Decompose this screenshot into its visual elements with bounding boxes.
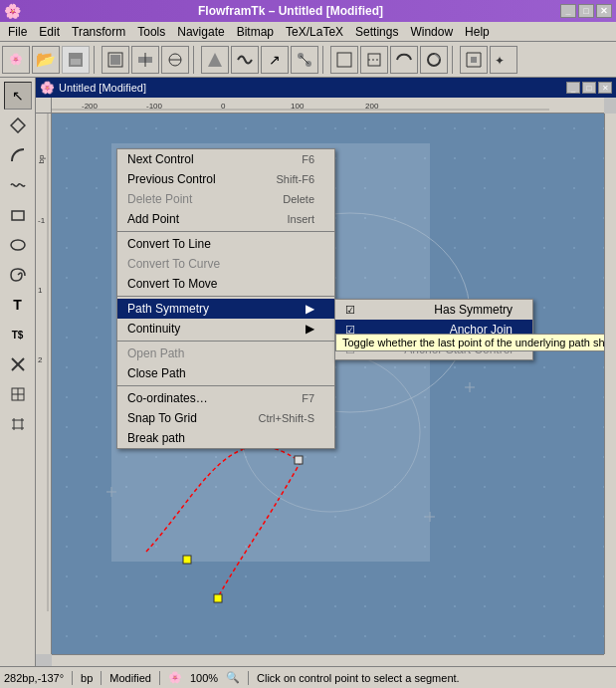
tool-cross[interactable] [4,350,32,378]
toolbar-b5[interactable] [231,46,259,74]
svg-rect-46 [295,456,303,464]
ctx-next-control[interactable]: Next Control F6 [117,149,334,169]
ctx-sep2 [117,296,334,297]
doc-minimize[interactable]: _ [566,82,580,94]
scrollbar-horizontal[interactable] [52,654,604,666]
status-zoom-icon: 🔍 [226,671,240,684]
ctx-coordinates[interactable]: Co-ordinates… F7 [117,388,334,408]
submenu-arrow-continuity: ▶ [306,322,314,336]
toolbar-b13[interactable]: ✦ [490,46,517,74]
svg-marker-8 [208,53,222,67]
svg-rect-44 [183,556,191,564]
svg-text:✦: ✦ [495,54,505,68]
toolbar-b10[interactable] [390,46,418,74]
maximize-button[interactable]: □ [578,4,594,18]
toolbar-b11[interactable] [420,46,448,74]
svg-rect-12 [337,53,351,67]
menu-navigate[interactable]: Navigate [171,23,230,41]
ctx-convert-curve: Convert To Curve [117,254,334,274]
has-symmetry-check: ☑ [345,304,355,317]
toolbar-new[interactable]: 🌸 [2,46,30,74]
ctx-path-symmetry[interactable]: Path Symmetry ▶ [117,299,334,319]
toolbar-b1[interactable] [102,46,129,74]
menu-file[interactable]: File [2,23,33,41]
toolbar-b3[interactable] [161,46,189,74]
ruler-horizontal: -200 -100 0 100 200 [52,98,604,114]
tool-wave[interactable] [4,171,32,199]
ctx-sep1 [117,231,334,232]
tool-spiral[interactable] [4,261,32,289]
tool-select[interactable]: ↖ [4,82,32,110]
ctx-sep3 [117,341,334,342]
ctx-break-path[interactable]: Break path [117,428,334,448]
menu-texlatex[interactable]: TeX/LaTeX [280,23,349,41]
svg-text:-1: -1 [38,216,46,225]
toolbar-save[interactable] [62,46,90,74]
minimize-button[interactable]: _ [560,4,576,18]
window-controls: _ □ ✕ [560,4,612,18]
toolbar-b4[interactable] [201,46,229,74]
tool-rect[interactable] [4,201,32,229]
toolbar-b12[interactable] [460,46,488,74]
ctx-convert-line[interactable]: Convert To Line [117,234,334,254]
tool-path[interactable] [4,141,32,169]
svg-text:bp: bp [37,154,46,163]
toolbar-b8[interactable] [330,46,358,74]
status-coords: 282bp,-137° [4,672,64,684]
scrollbar-corner [604,654,616,666]
toolbar-b7[interactable] [291,46,318,74]
ctx-add-point[interactable]: Add Point Insert [117,209,334,229]
title-bar: 🌸 FlowframTk – Untitled [Modified] _ □ ✕ [0,0,616,22]
toolbar-b2[interactable] [131,46,159,74]
menu-settings[interactable]: Settings [349,23,404,41]
scrollbar-vertical[interactable] [604,114,616,654]
ctx-convert-move[interactable]: Convert To Move [117,274,334,294]
status-sep4 [248,671,249,685]
menu-help[interactable]: Help [459,23,496,41]
menu-transform[interactable]: Transform [66,23,131,41]
toolbar-sep1 [94,46,98,74]
ctx-close-path[interactable]: Close Path [117,363,334,383]
tool-node[interactable] [4,112,32,139]
status-zoom: 100% [190,672,218,684]
menu-tools[interactable]: Tools [131,23,171,41]
main-area: ↖ T T$ 🌸 Untitled [Modified] _ □ ✕ [0,78,616,666]
toolbar-b6[interactable]: ↗ [261,46,289,74]
status-unit: bp [81,672,93,684]
ctx-prev-control[interactable]: Previous Control Shift-F6 [117,169,334,189]
ctx-has-symmetry[interactable]: ☑ Has Symmetry [335,300,532,320]
tool-texmath[interactable]: T$ [4,321,32,348]
tool-unknown[interactable] [4,380,32,408]
svg-text:200: 200 [365,102,379,111]
doc-maximize[interactable]: □ [582,82,596,94]
svg-text:2: 2 [38,355,43,364]
ruler-vertical: bp -1 1 2 [36,114,52,654]
tooltip: Toggle whether the last point of the und… [335,334,604,351]
title-bar-text: FlowframTk – Untitled [Modified] [198,4,383,18]
ctx-open-path: Open Path [117,344,334,363]
tool-ellipse[interactable] [4,231,32,259]
doc-window-buttons: _ □ ✕ [566,82,612,94]
menu-bitmap[interactable]: Bitmap [231,23,280,41]
toolbar-b9[interactable] [360,46,388,74]
tool-text[interactable]: T [4,291,32,319]
canvas[interactable]: Next Control F6 Previous Control Shift-F… [52,114,604,654]
status-message: Click on control point to select a segme… [257,672,460,684]
svg-marker-17 [471,57,477,63]
ctx-snap-grid[interactable]: Snap To Grid Ctrl+Shift-S [117,408,334,428]
ctx-delete-point: Delete Point Delete [117,189,334,209]
status-sep1 [72,671,73,685]
doc-title: Untitled [Modified] [59,82,146,94]
doc-close[interactable]: ✕ [598,82,612,94]
status-mode: Modified [109,672,151,684]
toolbar: 🌸 📂 ↗ ✦ [0,42,616,78]
context-menu: Next Control F6 Previous Control Shift-F… [116,148,335,449]
svg-rect-3 [110,55,120,65]
submenu-arrow-path: ▶ [306,302,314,316]
menu-edit[interactable]: Edit [33,23,66,41]
ctx-continuity[interactable]: Continuity ▶ [117,319,334,339]
tool-transform[interactable] [4,410,32,438]
menu-window[interactable]: Window [404,23,459,41]
toolbar-open[interactable]: 📂 [32,46,60,74]
close-button[interactable]: ✕ [596,4,612,18]
